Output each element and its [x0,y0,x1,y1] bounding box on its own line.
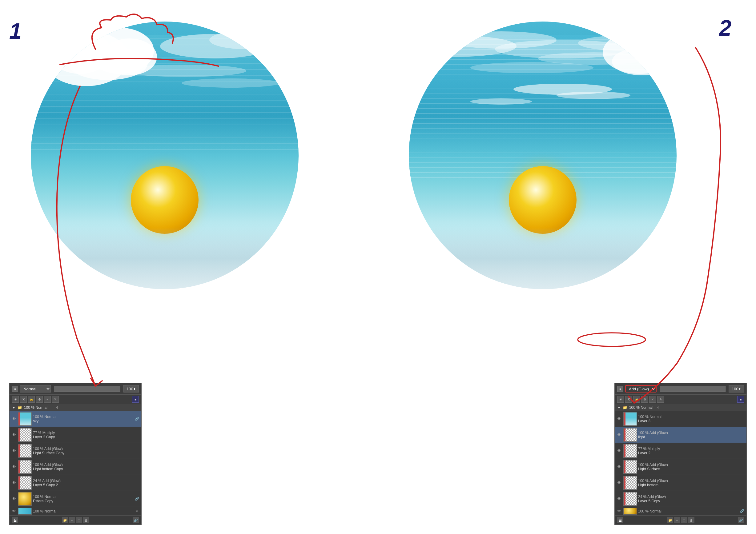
right-opacity-value[interactable]: 100 ⬆ [729,385,744,393]
svg-point-7 [123,64,246,77]
left-tool-2[interactable]: ⚒ [20,396,27,403]
right-tool-1[interactable]: ☀ [617,396,624,403]
right-thumb-lightsurface [623,460,637,474]
right-layer-item-layer5copy[interactable]: 👁 24 % Add (Glow) Layer 5 Copy [615,491,746,507]
right-layer-item-layer3[interactable]: 👁 100 % Normal Layer 3 [615,411,746,427]
right-tool-color[interactable]: ■ [737,396,744,403]
right-layer-item-lightbottom[interactable]: 👁 100 % Add (Glow) Light bottom [615,475,746,491]
left-artwork-container [18,21,311,252]
right-footer-copy[interactable]: □ [681,517,688,523]
left-link-esfera[interactable]: 🔗 [134,496,140,502]
right-info-light: 100 % Add (Glow) light [638,431,745,439]
right-bottom-mist [409,228,677,289]
right-eye-layer2[interactable]: 👁 [616,448,622,454]
label-number-1: 1 [9,18,21,44]
left-footer-add[interactable]: 💾 [12,517,18,523]
left-tool-1[interactable]: ☀ [12,396,19,403]
left-link-sky[interactable]: 🔗 [134,416,140,422]
right-thumb-light [623,428,637,442]
left-panel-footer: 💾 📁 + □ 🗑 🔗 [10,516,141,524]
left-scroll-down[interactable]: ▼ [134,508,140,514]
right-eye-lightbottom[interactable]: 👁 [616,480,622,486]
right-thumb-lightbottom [623,476,637,490]
left-info-last: 100 % Normal [33,509,133,513]
left-tool-6[interactable]: ✎ [52,396,59,403]
left-info-lightsurface: 100 % Add (Glow) Light Surface Copy [33,446,140,455]
right-info-lightbottom: 100 % Add (Glow) Light bottom [638,479,745,487]
right-artwork-container [396,21,689,252]
right-layer-item-lightsurface[interactable]: 👁 100 % Add (Glow) Light Surface [615,459,746,475]
left-layer-item-lightbottom[interactable]: 👁 100 % Add (Glow) Light bottom Copy [10,459,141,475]
right-panel-wrapper: 2 [378,0,756,534]
left-info-layer2copy: 77 % Multiply Layer 2 Copy [33,431,140,439]
left-thumb-esfera [18,492,32,506]
right-eye-last[interactable]: 👁 [616,508,622,514]
right-footer-new-group[interactable]: 📁 [667,517,673,523]
left-eye-layer5copy2[interactable]: 👁 [11,480,17,486]
left-tool-4[interactable]: ⚙ [36,396,43,403]
left-panel-wrapper: 1 [0,0,378,534]
left-layer-item-lightsurface[interactable]: 👁 100 % Add (Glow) Light Surface Copy [10,443,141,459]
left-eye-lightsurface[interactable]: 👁 [11,448,17,454]
right-layer-item-light[interactable]: 👁 100 % Add (Glow) light [615,427,746,443]
right-blend-mode-select[interactable]: Add (Glow) Normal Multiply [625,385,657,393]
svg-point-17 [470,98,532,105]
right-tool-2[interactable]: ⚒ [625,396,632,403]
right-footer-delete[interactable]: 🗑 [688,517,694,523]
right-eye-layer5copy[interactable]: 👁 [616,496,622,502]
left-thumb-last [18,508,32,515]
right-eye-layer3[interactable]: 👁 [616,416,622,422]
right-tool-6[interactable]: ✎ [657,396,664,403]
left-panel-toolbar: ☀ ⚒ 🔒 ⚙ ✓ ✎ ■ [10,394,141,404]
right-scroll-down[interactable]: 🔗 [739,508,745,514]
right-sky-bg [409,21,677,289]
left-footer-link[interactable]: 🔗 [133,517,139,523]
left-thumb-layer5copy2 [18,476,32,490]
right-panel-header: ■ Add (Glow) Normal Multiply 100 ⬆ [615,383,746,394]
left-eye-lightbottom[interactable]: 👁 [11,464,17,470]
left-layer-list: 👁 100 % Normal sky 🔗 👁 [10,411,141,516]
right-info-lightsurface: 100 % Add (Glow) Light Surface [638,463,745,471]
left-artwork-circle [31,21,299,289]
left-eye-layer2copy[interactable]: 👁 [11,432,17,438]
left-opacity-value[interactable]: 100 ⬆ [123,385,139,393]
right-footer-new-layer[interactable]: + [674,517,680,523]
right-artwork-circle [409,21,677,289]
right-visibility-toggle[interactable]: ■ [617,386,623,392]
left-tool-color[interactable]: ■ [132,396,139,403]
right-layer-item-layer2[interactable]: 👁 77 % Multiply Layer 2 [615,443,746,459]
left-tool-lock[interactable]: 🔒 [28,396,35,403]
left-visibility-toggle[interactable]: ■ [12,386,18,392]
left-footer-copy[interactable]: □ [76,517,82,523]
left-layer-item-layer2copy[interactable]: 👁 77 % Multiply Layer 2 Copy [10,427,141,443]
left-layer-item-sky[interactable]: 👁 100 % Normal sky 🔗 [10,411,141,427]
left-footer-delete[interactable]: 🗑 [83,517,89,523]
right-tool-lock[interactable]: 🔒 [633,396,640,403]
right-panel-toolbar: ☀ ⚒ 🔒 ⚙ ✓ ✎ ■ [615,394,746,404]
left-eye-esfera[interactable]: 👁 [11,496,17,502]
svg-point-20 [612,48,673,75]
left-layer-item-esfera[interactable]: 👁 100 % Normal Esfera Copy 🔗 [10,491,141,507]
left-eye-sky[interactable]: 👁 [11,416,17,422]
right-eye-lightsurface[interactable]: 👁 [616,464,622,470]
left-footer-new-layer[interactable]: + [69,517,75,523]
left-group-header: ▼ 📁 100 % Normal 4 [10,404,141,411]
right-info-last: 100 % Normal [638,509,738,513]
left-layer-item-last[interactable]: 👁 100 % Normal ▼ [10,507,141,516]
right-thumb-layer2 [623,444,637,458]
right-layer-item-last[interactable]: 👁 100 % Normal 🔗 [615,507,746,516]
right-info-layer2: 77 % Multiply Layer 2 [638,446,745,455]
left-tool-5[interactable]: ✓ [44,396,51,403]
left-sky-bg [31,21,299,289]
right-footer-link[interactable]: 🔗 [738,517,744,523]
left-clouds-svg [31,21,299,129]
right-eye-light[interactable]: 👁 [616,432,622,438]
left-blend-mode-select[interactable]: Normal Multiply Add (Glow) [20,385,51,393]
left-sun-sphere [131,166,199,234]
left-layer-item-layer5copy2[interactable]: 👁 24 % Add (Glow) Layer 5 Copy 2 [10,475,141,491]
left-footer-new-group[interactable]: 📁 [62,517,68,523]
right-tool-4[interactable]: ⚙ [641,396,648,403]
right-footer-save[interactable]: 💾 [617,517,623,523]
right-tool-5[interactable]: ✓ [649,396,656,403]
left-eye-last[interactable]: 👁 [11,508,17,514]
